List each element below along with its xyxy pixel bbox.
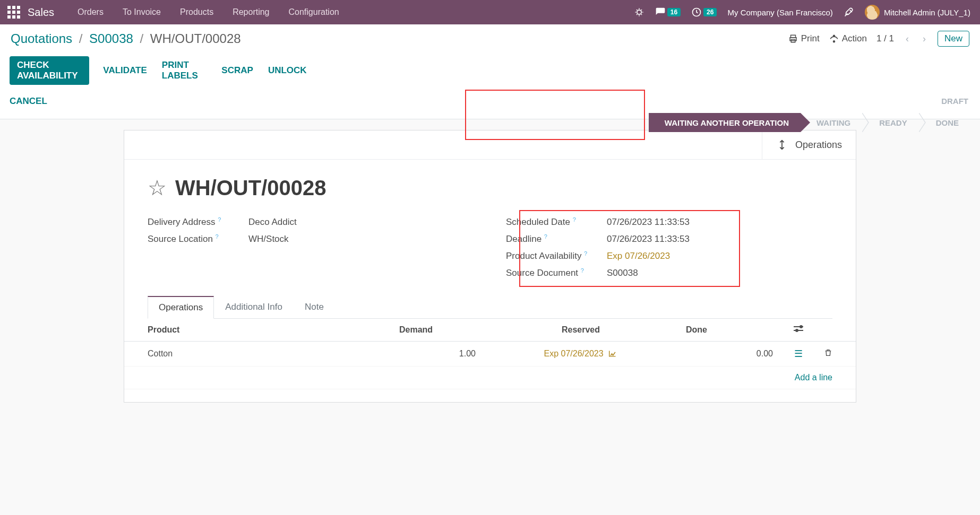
status-ready[interactable]: READY <box>870 113 919 132</box>
app-brand[interactable]: Sales <box>28 6 54 19</box>
cell-demand[interactable]: 1.00 <box>390 342 485 366</box>
operations-table: Product Demand Reserved Done Cotton 1.00… <box>124 319 856 389</box>
status-container: DRAFT WAITING ANOTHER OPERATION WAITING … <box>649 92 980 132</box>
label-delivery-address: Delivery Address <box>148 217 216 227</box>
pager-text[interactable]: 1 / 1 <box>876 33 894 44</box>
menu-configuration[interactable]: Configuration <box>279 7 349 17</box>
breadcrumb-current: WH/OUT/00028 <box>150 31 241 46</box>
value-delivery-address[interactable]: Deco Addict <box>248 217 297 228</box>
avatar <box>865 5 880 20</box>
help-icon[interactable]: ? <box>581 267 584 274</box>
status-done[interactable]: DONE <box>926 113 970 132</box>
action-button[interactable]: Action <box>829 33 867 44</box>
svg-point-0 <box>637 10 641 14</box>
table-row[interactable]: Cotton 1.00 Exp 07/26/2023 0.00 ☰ <box>124 342 856 366</box>
value-product-availability: Exp 07/26/2023 <box>607 251 670 261</box>
help-icon[interactable]: ? <box>573 216 576 223</box>
operations-stat-button[interactable]: Operations <box>762 130 856 159</box>
help-icon[interactable]: ? <box>544 233 547 240</box>
th-product[interactable]: Product <box>124 319 390 342</box>
top-nav: Sales Orders To Invoice Products Reporti… <box>0 0 980 24</box>
menu-reporting[interactable]: Reporting <box>223 7 279 17</box>
chevron-sep-icon <box>862 113 870 132</box>
chevron-sep-icon <box>919 113 926 132</box>
control-panel: Quotations / S00038 / WH/OUT/00028 Print… <box>0 24 980 119</box>
pager-prev-icon[interactable]: ‹ <box>906 33 909 45</box>
debug-icon[interactable] <box>634 7 644 18</box>
label-source-document: Source Document <box>506 268 578 278</box>
unlock-button[interactable]: UNLOCK <box>261 62 314 80</box>
th-reserved[interactable]: Reserved <box>485 319 676 342</box>
cell-reserved: Exp 07/26/2023 <box>485 342 676 366</box>
messaging-badge: 16 <box>667 8 681 16</box>
tab-note[interactable]: Note <box>294 296 335 319</box>
activity-icon[interactable]: 26 <box>691 7 717 18</box>
menu-orders[interactable]: Orders <box>68 7 113 17</box>
transfer-icon <box>776 139 788 151</box>
print-button[interactable]: Print <box>788 33 820 44</box>
sliders-icon[interactable] <box>794 325 803 333</box>
draft-label: DRAFT <box>941 97 968 106</box>
value-scheduled-date[interactable]: 07/26/2023 11:33:53 <box>607 217 690 228</box>
print-labels-button[interactable]: PRINT LABELS <box>154 56 214 85</box>
cancel-button[interactable]: CANCEL <box>10 92 55 110</box>
new-button[interactable]: New <box>938 31 969 47</box>
value-source-location[interactable]: WH/Stock <box>248 234 289 245</box>
th-demand[interactable]: Demand <box>390 319 485 342</box>
help-icon[interactable]: ? <box>218 216 221 223</box>
menu-products[interactable]: Products <box>170 7 223 17</box>
activity-badge: 26 <box>703 8 717 16</box>
tab-additional-info[interactable]: Additional Info <box>214 296 294 319</box>
details-list-icon[interactable]: ☰ <box>794 348 803 359</box>
company-switcher[interactable]: My Company (San Francisco) <box>727 8 832 17</box>
form-sheet: Operations ☆ WH/OUT/00028 Delivery Addre… <box>124 130 856 403</box>
user-name: Mitchell Admin (JULY_1) <box>884 8 970 17</box>
value-deadline: 07/26/2023 11:33:53 <box>607 234 690 245</box>
menu-to-invoice[interactable]: To Invoice <box>113 7 170 17</box>
forecast-chart-icon[interactable] <box>608 350 617 357</box>
tab-operations[interactable]: Operations <box>148 296 214 319</box>
status-waiting-another[interactable]: WAITING ANOTHER OPERATION <box>649 113 801 132</box>
help-icon[interactable]: ? <box>216 233 219 240</box>
delete-row-icon[interactable] <box>824 350 832 359</box>
cell-product[interactable]: Cotton <box>124 342 390 366</box>
check-availability-button[interactable]: CHECK AVAILABILITY <box>10 56 89 85</box>
page-title: WH/OUT/00028 <box>175 176 326 200</box>
breadcrumb-root[interactable]: Quotations <box>11 31 72 46</box>
value-source-document[interactable]: S00038 <box>607 268 638 278</box>
statusbar: WAITING ANOTHER OPERATION WAITING READY … <box>649 113 970 132</box>
pager-next-icon[interactable]: › <box>923 33 926 45</box>
help-icon[interactable]: ? <box>584 250 587 257</box>
label-source-location: Source Location <box>148 234 213 244</box>
breadcrumb: Quotations / S00038 / WH/OUT/00028 <box>11 31 241 46</box>
cell-done[interactable]: 0.00 <box>676 342 783 366</box>
apps-icon[interactable] <box>7 6 20 19</box>
breadcrumb-parent[interactable]: S00038 <box>89 31 133 46</box>
user-menu[interactable]: Mitchell Admin (JULY_1) <box>865 5 970 20</box>
validate-button[interactable]: VALIDATE <box>96 62 154 80</box>
scrap-button[interactable]: SCRAP <box>214 62 261 80</box>
favorite-star-icon[interactable]: ☆ <box>148 176 167 200</box>
tools-icon[interactable] <box>844 7 854 18</box>
label-scheduled-date: Scheduled Date <box>506 217 570 227</box>
add-line-button[interactable]: Add a line <box>124 366 856 389</box>
messaging-icon[interactable]: 16 <box>655 7 681 18</box>
label-deadline: Deadline <box>506 234 541 244</box>
th-done[interactable]: Done <box>676 319 783 342</box>
label-product-availability: Product Availability <box>506 251 581 261</box>
